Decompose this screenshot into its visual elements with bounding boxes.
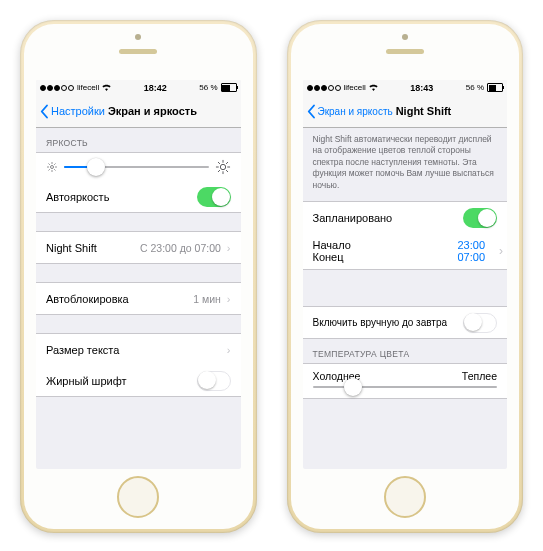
nav-back-label: Настройки	[51, 105, 105, 117]
svg-line-8	[55, 164, 56, 165]
night-shift-description: Night Shift автоматически переводит дисп…	[303, 128, 508, 201]
auto-lock-value: 1 мин	[193, 293, 221, 305]
svg-line-5	[49, 164, 50, 165]
signal-icon	[40, 85, 74, 91]
wifi-icon	[102, 84, 111, 91]
color-temp-section-label: ТЕМПЕРАТУРА ЦВЕТА	[303, 339, 508, 363]
bold-text-label: Жирный шрифт	[46, 375, 127, 387]
chevron-right-icon: ›	[227, 242, 231, 254]
home-button[interactable]	[384, 476, 426, 518]
brightness-slider[interactable]	[64, 166, 209, 168]
end-time: 07:00	[457, 251, 485, 263]
chevron-left-icon	[38, 104, 50, 119]
nav-back-button[interactable]: Экран и яркость	[303, 104, 393, 119]
screen: lifecell 18:43 56 % Экран и яркость Nigh…	[303, 80, 508, 469]
chevron-right-icon: ›	[499, 244, 503, 258]
manual-enable-cell: Включить вручную до завтра	[303, 306, 508, 339]
sun-small-icon	[46, 161, 58, 173]
auto-lock-label: Автоблокировка	[46, 293, 129, 305]
start-label: Начало	[313, 239, 351, 251]
settings-content: ЯРКОСТЬ Автояркость Night Shift С	[36, 128, 241, 469]
brightness-section-label: ЯРКОСТЬ	[36, 128, 241, 152]
status-time: 18:42	[144, 83, 167, 93]
status-time: 18:43	[410, 83, 433, 93]
nav-title: Экран и яркость	[108, 105, 197, 117]
scheduled-cell: Запланировано	[303, 201, 508, 233]
chevron-right-icon: ›	[227, 293, 231, 305]
phone-frame-left: lifecell 18:42 56 % Настройки Экран и яр…	[20, 20, 257, 533]
color-temp-slider[interactable]	[313, 386, 498, 388]
nav-back-button[interactable]: Настройки	[36, 104, 105, 119]
end-label: Конец	[313, 251, 344, 263]
status-bar: lifecell 18:43 56 %	[303, 80, 508, 95]
slider-thumb[interactable]	[344, 378, 362, 396]
svg-point-9	[220, 164, 225, 169]
phone-body: lifecell 18:42 56 % Настройки Экран и яр…	[24, 24, 253, 529]
manual-enable-switch[interactable]	[463, 313, 497, 333]
svg-point-0	[51, 166, 54, 169]
status-bar: lifecell 18:42 56 %	[36, 80, 241, 95]
battery-text: 56 %	[199, 83, 217, 92]
carrier-label: lifecell	[344, 83, 366, 92]
text-size-label: Размер текста	[46, 344, 119, 356]
bold-text-switch[interactable]	[197, 371, 231, 391]
earpiece-area	[291, 24, 520, 78]
svg-line-7	[49, 170, 50, 171]
chevron-left-icon	[305, 104, 317, 119]
bold-text-cell: Жирный шрифт	[36, 365, 241, 397]
nav-back-label: Экран и яркость	[318, 106, 393, 117]
auto-brightness-label: Автояркость	[46, 191, 109, 203]
earpiece-area	[24, 24, 253, 78]
earpiece	[119, 49, 157, 54]
schedule-times-cell[interactable]: Начало 23:00 Конец 07:00 ›	[303, 233, 508, 270]
svg-line-6	[55, 170, 56, 171]
nav-title: Night Shift	[396, 105, 452, 117]
battery-text: 56 %	[466, 83, 484, 92]
night-shift-schedule: С 23:00 до 07:00	[140, 242, 221, 254]
wifi-icon	[369, 84, 378, 91]
battery-icon	[487, 83, 503, 92]
auto-lock-cell[interactable]: Автоблокировка 1 мин ›	[36, 282, 241, 315]
text-size-cell[interactable]: Размер текста ›	[36, 333, 241, 365]
chevron-right-icon: ›	[227, 344, 231, 356]
signal-icon	[307, 85, 341, 91]
slider-thumb[interactable]	[87, 158, 105, 176]
manual-enable-label: Включить вручную до завтра	[313, 317, 448, 328]
scheduled-switch[interactable]	[463, 208, 497, 228]
scheduled-label: Запланировано	[313, 212, 393, 224]
sun-large-icon	[215, 159, 231, 175]
color-temp-labels: Холоднее Теплее	[303, 363, 508, 382]
front-camera	[135, 34, 141, 40]
home-button[interactable]	[117, 476, 159, 518]
front-camera	[402, 34, 408, 40]
phone-frame-right: lifecell 18:43 56 % Экран и яркость Nigh…	[287, 20, 524, 533]
night-shift-label: Night Shift	[46, 242, 97, 254]
auto-brightness-cell: Автояркость	[36, 181, 241, 213]
start-time: 23:00	[457, 239, 485, 251]
screen: lifecell 18:42 56 % Настройки Экран и яр…	[36, 80, 241, 469]
brightness-slider-row	[36, 152, 241, 181]
temp-warm-label: Теплее	[462, 370, 497, 382]
phone-body: lifecell 18:43 56 % Экран и яркость Nigh…	[291, 24, 520, 529]
svg-line-16	[218, 170, 219, 171]
night-shift-cell[interactable]: Night Shift С 23:00 до 07:00 ›	[36, 231, 241, 264]
nav-bar: Настройки Экран и яркость	[36, 95, 241, 128]
battery-icon	[221, 83, 237, 92]
night-shift-content: Night Shift автоматически переводит дисп…	[303, 128, 508, 469]
earpiece	[386, 49, 424, 54]
auto-brightness-switch[interactable]	[197, 187, 231, 207]
svg-line-17	[226, 162, 227, 163]
carrier-label: lifecell	[77, 83, 99, 92]
nav-bar: Экран и яркость Night Shift	[303, 95, 508, 128]
svg-line-14	[218, 162, 219, 163]
svg-line-15	[226, 170, 227, 171]
